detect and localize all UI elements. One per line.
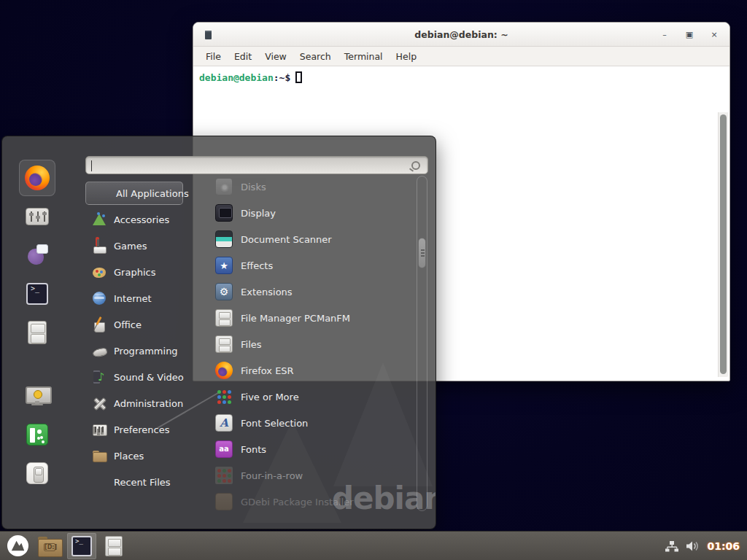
maximize-icon[interactable]: ▣ <box>684 23 694 47</box>
file-manager-launcher[interactable]: [D:] <box>35 533 64 559</box>
category-all-applications[interactable]: All Applications <box>85 182 183 205</box>
clock[interactable]: 01:06 <box>707 540 740 552</box>
favorite-pidgin[interactable] <box>19 237 55 273</box>
search-caret <box>91 160 92 171</box>
app-effects[interactable]: ★ Effects <box>211 252 417 279</box>
favorite-terminal[interactable]: >_ <box>19 276 55 312</box>
menu-edit[interactable]: Edit <box>228 47 258 66</box>
files-launcher[interactable] <box>99 533 128 559</box>
application-menu: debian >_ All Applications Accessories G… <box>1 136 436 529</box>
category-programming[interactable]: Programming <box>85 338 183 364</box>
app-display[interactable]: Display <box>211 200 417 226</box>
sound-video-icon <box>91 369 107 385</box>
files-icon <box>215 335 233 353</box>
app-fonts[interactable]: aa Fonts <box>211 436 417 462</box>
favorite-logout[interactable] <box>19 416 55 453</box>
accessories-icon <box>91 211 107 228</box>
font-selection-icon: A <box>215 414 233 432</box>
app-gdebi-package-installer[interactable]: GDebi Package Installer <box>211 489 417 511</box>
favorite-screensaver[interactable] <box>19 378 55 414</box>
menu-scrollbar-track[interactable] <box>417 176 427 511</box>
volume-icon[interactable] <box>686 540 700 552</box>
terminal-menubar: File Edit View Search Terminal Help <box>193 47 729 66</box>
folder-icon: [D:] <box>38 537 61 556</box>
category-label: All Applications <box>115 188 189 199</box>
pidgin-icon <box>26 244 48 266</box>
category-sound-video[interactable]: Sound & Video <box>85 364 183 390</box>
effects-icon: ★ <box>215 257 233 274</box>
screensaver-icon <box>26 386 49 405</box>
category-label: Programming <box>114 346 178 357</box>
favorite-files[interactable] <box>19 314 55 351</box>
category-label: Games <box>114 241 147 252</box>
app-label: Five or More <box>241 392 299 402</box>
terminal-scrollbar-thumb[interactable] <box>720 114 727 374</box>
close-icon[interactable]: × <box>709 23 719 47</box>
search-input[interactable] <box>86 157 411 174</box>
extensions-gear-icon: ⚙ <box>215 283 233 300</box>
app-five-or-more[interactable]: Five or More <box>211 384 417 410</box>
category-label: Recent Files <box>114 477 171 488</box>
preferences-icon <box>91 421 107 438</box>
app-label: Extensions <box>241 287 293 298</box>
menu-scrollbar-thumb[interactable] <box>418 238 426 268</box>
prompt-user: debian@debian <box>199 72 274 83</box>
menu-button[interactable] <box>3 533 32 559</box>
app-font-selection[interactable]: A Font Selection <box>211 410 417 436</box>
menu-help[interactable]: Help <box>390 47 424 66</box>
app-label: Disks <box>241 182 266 192</box>
category-graphics[interactable]: Graphics <box>85 259 183 285</box>
menu-view[interactable]: View <box>258 47 293 66</box>
firefox-icon <box>215 362 233 379</box>
app-disks[interactable]: Disks <box>211 174 417 200</box>
menu-search[interactable]: Search <box>293 47 338 66</box>
category-label: Graphics <box>114 267 155 278</box>
category-label: Preferences <box>114 424 169 435</box>
category-label: Office <box>114 319 142 330</box>
category-games[interactable]: Games <box>85 233 183 259</box>
terminal-icon: >_ <box>26 283 48 305</box>
network-icon[interactable] <box>665 540 678 552</box>
firefox-icon <box>25 166 50 190</box>
category-office[interactable]: Office <box>85 311 183 338</box>
terminal-icon: >_ <box>71 536 92 556</box>
favorite-shutdown[interactable] <box>19 455 55 491</box>
taskbar-terminal-active[interactable]: >_ <box>67 533 96 559</box>
categories-column: All Applications Accessories Games Graph… <box>85 180 183 495</box>
administration-icon <box>91 395 107 411</box>
app-label: Fonts <box>241 444 266 455</box>
app-firefox-esr[interactable]: Firefox ESR <box>211 357 417 384</box>
favorite-settings[interactable] <box>19 198 55 235</box>
app-four-in-a-row[interactable]: Four-in-a-row <box>211 462 417 489</box>
category-label: Places <box>114 451 144 462</box>
menu-logo-icon <box>7 534 29 557</box>
category-label: Administration <box>114 398 183 409</box>
category-recent-files[interactable]: Recent Files <box>85 469 183 495</box>
category-label: Sound & Video <box>114 372 184 383</box>
terminal-titlebar[interactable]: debian@debian: ~ – ▣ × <box>193 23 729 47</box>
category-places[interactable]: Places <box>85 443 183 469</box>
places-folder-icon <box>91 448 107 464</box>
file-cabinet-icon <box>28 321 47 344</box>
category-label: Accessories <box>114 214 169 225</box>
fonts-icon: aa <box>215 440 233 458</box>
menu-terminal[interactable]: Terminal <box>338 47 390 66</box>
app-files[interactable]: Files <box>211 331 417 357</box>
app-extensions[interactable]: ⚙ Extensions <box>211 279 417 305</box>
app-document-scanner[interactable]: Document Scanner <box>211 226 417 252</box>
app-label: Display <box>241 208 276 219</box>
category-accessories[interactable]: Accessories <box>85 206 183 233</box>
terminal-window-icon <box>205 31 212 39</box>
app-file-manager-pcmanfm[interactable]: File Manager PCManFM <box>211 305 417 331</box>
minimize-icon[interactable]: – <box>659 23 670 47</box>
category-internet[interactable]: Internet <box>85 285 183 311</box>
category-administration[interactable]: Administration <box>85 390 183 416</box>
favorite-firefox[interactable] <box>19 160 55 196</box>
app-label: Four-in-a-row <box>241 470 303 481</box>
menu-file[interactable]: File <box>199 47 228 66</box>
app-label: Files <box>241 339 262 350</box>
app-label: File Manager PCManFM <box>241 313 350 324</box>
category-preferences[interactable]: Preferences <box>85 416 183 443</box>
prompt-suffix: :~$ <box>274 72 290 83</box>
shutdown-icon <box>26 462 48 484</box>
